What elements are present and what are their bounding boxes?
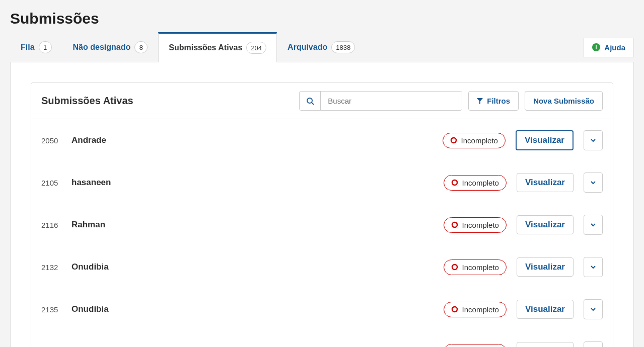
row-actions-dropdown[interactable] — [584, 299, 603, 319]
status-text: Incompleto — [462, 221, 499, 229]
submission-id: 2105 — [41, 179, 61, 187]
svg-point-5 — [452, 180, 457, 185]
search-input[interactable] — [321, 92, 462, 110]
view-button[interactable]: Visualizar — [517, 342, 574, 347]
row-actions-dropdown[interactable] — [584, 257, 603, 277]
tab-label: Não designado — [73, 43, 131, 52]
new-submission-label: Nova Submissão — [533, 97, 594, 105]
content-panel: Submissões Ativas Filtros Nova Submissão — [10, 62, 634, 347]
status-badge: Incompleto — [444, 302, 507, 317]
tab-count-badge: 204 — [246, 42, 266, 54]
help-button[interactable]: i Ajuda — [584, 38, 634, 57]
panel-header: Submissões Ativas Filtros Nova Submissão — [31, 83, 613, 119]
view-button[interactable]: Visualizar — [517, 215, 574, 234]
tab-fila[interactable]: Fila 1 — [10, 33, 62, 62]
new-submission-button[interactable]: Nova Submissão — [525, 91, 603, 111]
submission-id: 2116 — [41, 221, 61, 229]
chevron-down-icon — [590, 137, 596, 143]
chevron-down-icon — [590, 264, 596, 270]
help-label: Ajuda — [604, 43, 625, 52]
status-text: Incompleto — [462, 305, 499, 314]
filters-button[interactable]: Filtros — [468, 91, 519, 111]
tab-submissoes-ativas[interactable]: Submissões Ativas 204 — [158, 32, 277, 62]
submission-author: Onudibia — [71, 262, 434, 272]
table-row: 2138ResendeIncompletoVisualizar — [31, 330, 613, 347]
search-button[interactable] — [300, 92, 321, 110]
row-actions-dropdown[interactable] — [584, 215, 603, 235]
table-row: 2116RahmanIncompletoVisualizar — [31, 204, 613, 246]
table-row: 2135OnudibiaIncompletoVisualizar — [31, 288, 613, 330]
submission-author: hasaneen — [71, 178, 434, 188]
search-group — [299, 91, 462, 111]
circle-icon — [451, 306, 458, 313]
chevron-down-icon — [590, 222, 596, 228]
submission-author: Rahman — [71, 220, 434, 230]
row-actions-dropdown[interactable] — [584, 341, 603, 347]
submission-id: 2135 — [41, 305, 61, 314]
circle-icon — [450, 137, 457, 144]
submission-id: 2050 — [41, 136, 61, 145]
circle-icon — [451, 221, 458, 228]
view-button[interactable]: Visualizar — [517, 257, 574, 277]
tab-nao-designado[interactable]: Não designado 8 — [62, 33, 159, 62]
submission-author: Onudibia — [71, 304, 434, 314]
table-row: 2105hasaneenIncompletoVisualizar — [31, 161, 613, 204]
filters-label: Filtros — [487, 97, 510, 105]
tab-count-badge: 1 — [39, 41, 52, 53]
status-text: Incompleto — [462, 179, 499, 187]
status-badge: Incompleto — [444, 344, 507, 348]
row-actions-dropdown[interactable] — [584, 130, 603, 150]
table-row: 2050AndradeIncompletoVisualizar — [31, 119, 613, 161]
tab-count-badge: 8 — [134, 41, 148, 53]
svg-point-7 — [452, 265, 457, 270]
row-actions-dropdown[interactable] — [584, 172, 603, 193]
view-button[interactable]: Visualizar — [517, 300, 574, 319]
svg-point-8 — [452, 307, 457, 312]
filter-icon — [477, 98, 483, 104]
tab-label: Arquivado — [288, 43, 327, 52]
info-icon: i — [592, 43, 600, 51]
search-icon — [306, 97, 314, 105]
chevron-down-icon — [590, 306, 596, 312]
status-badge: Incompleto — [444, 217, 507, 233]
page-title: Submissões — [0, 0, 644, 32]
tab-label: Submissões Ativas — [169, 43, 242, 52]
status-badge: Incompleto — [443, 133, 506, 148]
submissions-panel: Submissões Ativas Filtros Nova Submissão — [31, 82, 613, 347]
status-badge: Incompleto — [444, 175, 507, 191]
submission-id: 2132 — [41, 263, 61, 272]
svg-line-3 — [312, 103, 314, 105]
tab-label: Fila — [21, 43, 35, 52]
panel-title: Submissões Ativas — [41, 95, 293, 107]
circle-icon — [451, 264, 458, 271]
svg-point-6 — [452, 222, 457, 227]
svg-point-4 — [451, 138, 456, 143]
svg-point-2 — [307, 98, 312, 103]
tab-arquivado[interactable]: Arquivado 1838 — [277, 33, 366, 62]
svg-text:i: i — [596, 44, 597, 50]
status-badge: Incompleto — [444, 259, 507, 275]
tabs-bar: Fila 1 Não designado 8 Submissões Ativas… — [0, 32, 644, 62]
view-button[interactable]: Visualizar — [517, 173, 574, 192]
status-text: Incompleto — [462, 263, 499, 272]
status-text: Incompleto — [461, 136, 498, 145]
tab-count-badge: 1838 — [331, 41, 355, 53]
circle-icon — [451, 179, 458, 186]
submissions-list: 2050AndradeIncompletoVisualizar2105hasan… — [31, 119, 613, 347]
view-button[interactable]: Visualizar — [516, 130, 574, 150]
table-row: 2132OnudibiaIncompletoVisualizar — [31, 246, 613, 288]
chevron-down-icon — [590, 180, 596, 186]
submission-author: Andrade — [71, 135, 433, 145]
